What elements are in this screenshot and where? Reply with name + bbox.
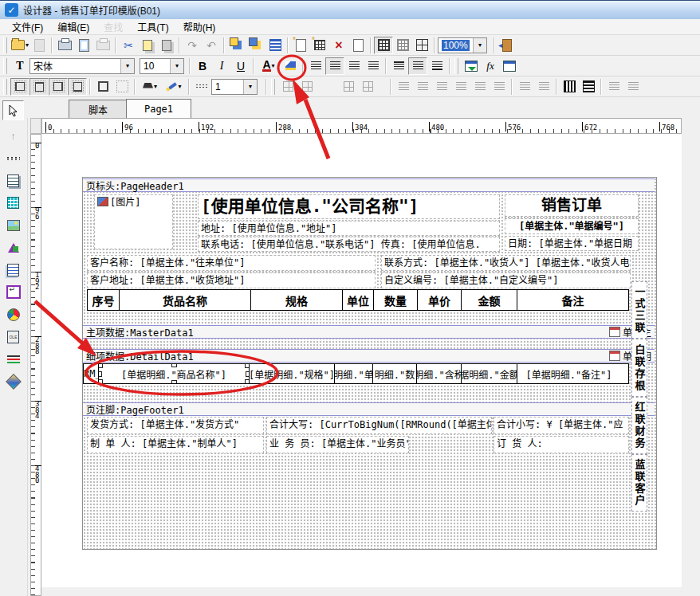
insert-band-button[interactable]: * [291,37,310,54]
properties-button[interactable] [265,37,285,54]
line-width-combobox[interactable]: 1 ▾ [211,79,258,95]
insert-frame-button[interactable]: * [310,37,329,54]
menu-file[interactable]: 文件(F) [5,18,50,35]
print-preview-button[interactable] [74,37,93,54]
field-custom-number[interactable]: 自定义编号: [单据主体."自定义编号"] [381,273,631,288]
font-name-combobox[interactable]: 宋体 ▾ [29,58,135,74]
fill-color-button[interactable]: ▾ [138,78,162,96]
line-style-button[interactable] [192,78,211,96]
align-justify-button[interactable] [364,57,383,75]
field-doc-date[interactable]: 日期: [单据主体."单据日期 [505,236,639,251]
selection-handle[interactable] [171,364,177,367]
report-page[interactable]: 页标头:PageHeader1 [图片] [使用单位信息."公司名称"] 地址:… [82,177,657,550]
same-width-button[interactable] [560,78,579,96]
copy-label-4[interactable]: 蓝联客户 [631,454,647,512]
label-tool-button[interactable] [2,171,24,190]
align-right-button[interactable] [344,57,364,75]
detail-cell-amount[interactable]: 据明细."金额 [462,364,517,383]
font-name-caret-icon[interactable]: ▾ [120,59,134,73]
menu-edit[interactable]: 编辑(E) [50,18,96,35]
toolbar-grip[interactable] [271,79,275,95]
highlight-button[interactable] [281,57,300,75]
expression-button[interactable]: fx [481,57,500,75]
detail-cell-remark[interactable]: [单据明细."备注"] [517,364,620,383]
field-phone-fax[interactable]: 联系电话: [使用单位信息."联系电话"] 传真: [使用单位信息. [198,237,500,252]
band-page-footer[interactable]: 页注脚:PageFooter1 [83,402,655,416]
selection-handle[interactable] [99,379,103,383]
subreport-tool-button[interactable] [2,282,24,302]
delete-button[interactable]: × [329,37,348,54]
chart-tool-button[interactable] [2,304,24,324]
field-salesman[interactable]: 业 务 员: [单据主体."业务员"] [266,436,409,453]
show-grid-button[interactable] [374,37,393,54]
table-header-row[interactable]: 序号 货品名称 规格 单位 数量 单价 金额 备注 [87,289,629,311]
field-total-caps[interactable]: 合计大写: [CurrToBigNum([RMRound([单据主体." [266,417,492,434]
send-to-back-button[interactable] [246,37,265,54]
memo-button[interactable] [500,57,519,75]
new-page-button[interactable] [348,37,368,54]
border-left-button[interactable] [10,78,29,96]
copy-label-3[interactable]: 红联财务 [631,397,647,454]
col-price[interactable]: 单价 [418,290,462,310]
copy-label-1[interactable]: 一式三联 [631,281,647,339]
field-customer-name[interactable]: 客户名称: [单据主体."往来单位"] [87,255,376,271]
align-left-button[interactable] [306,57,325,75]
selection-handle[interactable] [246,371,250,377]
border-none-button[interactable] [112,78,132,96]
snap-to-grid-button[interactable] [393,37,412,54]
selection-handle[interactable] [245,364,250,368]
field-address[interactable]: 地址: [使用单位信息."地址"] [198,221,500,236]
field-customer-contact[interactable]: 联系方式: [单据主体."收货人"] [单据主体."收货人电 [381,255,631,271]
field-tool-button[interactable] [2,193,24,213]
field-orderer[interactable]: 订 货 人: [494,436,629,453]
copy-label-2[interactable]: 白联存根 [631,339,647,397]
richtext-tool-button[interactable] [2,260,24,280]
col-spec[interactable]: 规格 [251,290,343,310]
col-remark[interactable]: 备注 [517,290,628,310]
zoom-caret-icon[interactable]: ▾ [473,38,486,53]
field-shipping[interactable]: 发货方式: [单据主体."发货方式" [87,417,264,434]
detail-cell-unit[interactable]: 明细."单 [335,364,373,383]
selection-handle[interactable] [245,379,250,383]
col-amount[interactable]: 金额 [462,290,517,310]
detail-cell-lineno[interactable]: RM_Li [84,364,99,383]
font-size-caret-icon[interactable]: ▾ [170,59,183,73]
detail-cell-spec[interactable]: [单据明细."规格"] [250,364,335,383]
bring-to-front-button[interactable] [227,37,246,54]
toolbar-grip[interactable] [3,79,7,95]
detail-row[interactable]: RM_Li [单据明细."商品名称"] [单据明细."规格"] 明细."单 [83,363,629,384]
select-tool-button[interactable] [2,100,24,120]
bold-button[interactable]: B [193,57,212,75]
ole-tool-button[interactable]: OLE [2,327,24,347]
font-size-combobox[interactable]: 10 ▾ [140,58,184,74]
print-button[interactable] [55,37,74,54]
field-doc-number[interactable]: [单据主体."单据编号"] [505,218,639,234]
tab-page1[interactable]: Page1 [126,99,191,118]
font-color-button[interactable]: A▾ [257,57,281,75]
crystal-tool-button[interactable] [2,371,24,391]
col-product[interactable]: 货品名称 [120,290,251,310]
underline-button[interactable]: U [231,57,250,75]
toolbar-grip[interactable] [454,58,458,74]
toolbar-grip[interactable] [3,37,7,53]
toolbar-grip[interactable] [3,58,7,74]
italic-button[interactable]: I [212,57,231,75]
detail-cell-qty[interactable]: 明细."数 [373,364,417,383]
field-company-name[interactable]: [使用单位信息."公司名称"] [198,194,500,219]
design-canvas[interactable]: 页标头:PageHeader1 [图片] [使用单位信息."公司名称"] 地址:… [41,134,682,587]
selection-handle[interactable] [99,371,102,377]
band-page-header[interactable]: 页标头:PageHeader1 [83,178,655,192]
menu-help[interactable]: 帮助(H) [176,18,223,35]
border-right-button[interactable] [49,78,68,96]
image-tool-button[interactable] [2,215,24,235]
border-all-button[interactable] [93,78,112,96]
selection-handle[interactable] [171,380,177,383]
line-color-button[interactable]: ▾ [162,78,186,96]
copy-button[interactable] [138,37,157,54]
tab-script[interactable]: 脚本 [69,100,128,118]
insert-datafield-button[interactable] [462,57,481,75]
split-panes-button[interactable] [412,37,431,54]
shape-tool-button[interactable] [2,237,24,257]
border-top-button[interactable] [29,78,49,96]
valign-top-button[interactable] [389,57,408,75]
